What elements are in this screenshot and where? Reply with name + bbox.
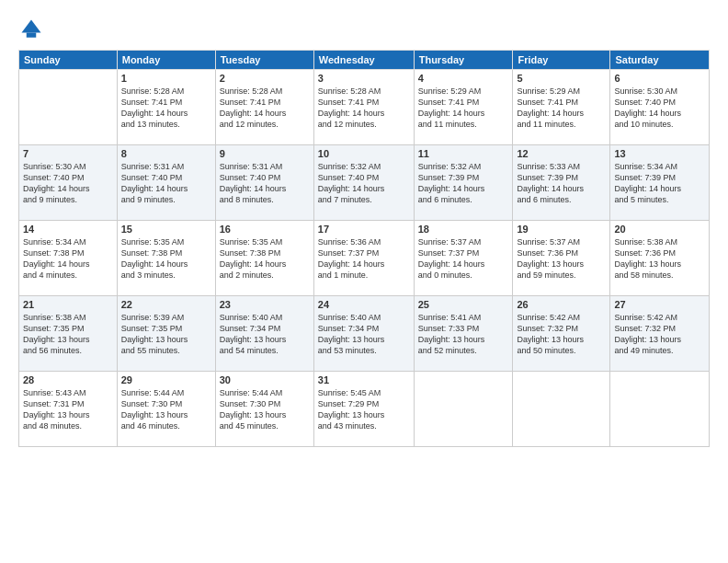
calendar-cell: 20Sunrise: 5:38 AM Sunset: 7:36 PM Dayli…: [610, 221, 710, 296]
day-info: Sunrise: 5:38 AM Sunset: 7:36 PM Dayligh…: [614, 236, 705, 282]
col-header-sunday: Sunday: [19, 51, 118, 70]
calendar-cell: 11Sunrise: 5:32 AM Sunset: 7:39 PM Dayli…: [414, 145, 513, 221]
calendar-cell: 18Sunrise: 5:37 AM Sunset: 7:37 PM Dayli…: [414, 221, 513, 296]
day-info: Sunrise: 5:29 AM Sunset: 7:41 PM Dayligh…: [418, 86, 509, 131]
day-info: Sunrise: 5:35 AM Sunset: 7:38 PM Dayligh…: [121, 236, 211, 282]
calendar-cell: 2Sunrise: 5:28 AM Sunset: 7:41 PM Daylig…: [215, 70, 313, 145]
calendar-cell: 7Sunrise: 5:30 AM Sunset: 7:40 PM Daylig…: [19, 145, 118, 221]
calendar-cell: 30Sunrise: 5:44 AM Sunset: 7:30 PM Dayli…: [215, 372, 313, 447]
day-info: Sunrise: 5:42 AM Sunset: 7:32 PM Dayligh…: [614, 312, 705, 357]
calendar-cell: 26Sunrise: 5:42 AM Sunset: 7:32 PM Dayli…: [513, 296, 610, 372]
calendar-cell: 10Sunrise: 5:32 AM Sunset: 7:40 PM Dayli…: [313, 145, 414, 221]
day-info: Sunrise: 5:35 AM Sunset: 7:38 PM Dayligh…: [220, 236, 310, 282]
day-number: 19: [517, 224, 606, 235]
header: [18, 17, 710, 42]
day-number: 6: [614, 73, 705, 84]
col-header-wednesday: Wednesday: [313, 51, 414, 70]
week-row-2: 14Sunrise: 5:34 AM Sunset: 7:38 PM Dayli…: [19, 221, 710, 296]
day-info: Sunrise: 5:32 AM Sunset: 7:39 PM Dayligh…: [418, 161, 509, 206]
day-number: 21: [23, 299, 113, 310]
day-info: Sunrise: 5:41 AM Sunset: 7:33 PM Dayligh…: [418, 312, 509, 357]
col-header-tuesday: Tuesday: [215, 51, 313, 70]
day-info: Sunrise: 5:38 AM Sunset: 7:35 PM Dayligh…: [23, 312, 113, 357]
day-number: 18: [418, 224, 509, 235]
calendar-cell: 8Sunrise: 5:31 AM Sunset: 7:40 PM Daylig…: [117, 145, 215, 221]
day-number: 28: [23, 374, 113, 385]
day-number: 23: [220, 299, 310, 310]
day-info: Sunrise: 5:43 AM Sunset: 7:31 PM Dayligh…: [23, 387, 113, 432]
calendar-cell: 22Sunrise: 5:39 AM Sunset: 7:35 PM Dayli…: [117, 296, 215, 372]
calendar-cell: 6Sunrise: 5:30 AM Sunset: 7:40 PM Daylig…: [610, 70, 710, 145]
page: SundayMondayTuesdayWednesdayThursdayFrid…: [0, 0, 728, 563]
day-number: 9: [220, 148, 310, 159]
calendar-table: SundayMondayTuesdayWednesdayThursdayFrid…: [18, 50, 710, 447]
calendar-cell: 17Sunrise: 5:36 AM Sunset: 7:37 PM Dayli…: [313, 221, 414, 296]
day-number: 22: [121, 299, 211, 310]
day-info: Sunrise: 5:37 AM Sunset: 7:36 PM Dayligh…: [517, 236, 606, 282]
day-number: 29: [121, 374, 211, 385]
day-number: 31: [318, 374, 410, 385]
week-row-1: 7Sunrise: 5:30 AM Sunset: 7:40 PM Daylig…: [19, 145, 710, 221]
day-number: 26: [517, 299, 606, 310]
day-info: Sunrise: 5:30 AM Sunset: 7:40 PM Dayligh…: [23, 161, 113, 206]
day-number: 11: [418, 148, 509, 159]
week-row-4: 28Sunrise: 5:43 AM Sunset: 7:31 PM Dayli…: [19, 372, 710, 447]
calendar-cell: 31Sunrise: 5:45 AM Sunset: 7:29 PM Dayli…: [313, 372, 414, 447]
calendar-cell: 15Sunrise: 5:35 AM Sunset: 7:38 PM Dayli…: [117, 221, 215, 296]
day-info: Sunrise: 5:39 AM Sunset: 7:35 PM Dayligh…: [121, 312, 211, 357]
day-number: 3: [318, 73, 410, 84]
calendar-cell: 14Sunrise: 5:34 AM Sunset: 7:38 PM Dayli…: [19, 221, 118, 296]
day-number: 5: [517, 73, 606, 84]
calendar-cell: [414, 372, 513, 447]
calendar-cell: 1Sunrise: 5:28 AM Sunset: 7:41 PM Daylig…: [117, 70, 215, 145]
logo: [18, 17, 48, 42]
day-number: 13: [614, 148, 705, 159]
day-number: 25: [418, 299, 509, 310]
day-number: 10: [318, 148, 410, 159]
calendar-cell: [610, 372, 710, 447]
day-number: 17: [318, 224, 410, 235]
day-info: Sunrise: 5:34 AM Sunset: 7:38 PM Dayligh…: [23, 236, 113, 282]
day-number: 24: [318, 299, 410, 310]
week-row-3: 21Sunrise: 5:38 AM Sunset: 7:35 PM Dayli…: [19, 296, 710, 372]
col-header-thursday: Thursday: [414, 51, 513, 70]
day-info: Sunrise: 5:28 AM Sunset: 7:41 PM Dayligh…: [121, 86, 211, 131]
calendar-cell: 5Sunrise: 5:29 AM Sunset: 7:41 PM Daylig…: [513, 70, 610, 145]
day-info: Sunrise: 5:31 AM Sunset: 7:40 PM Dayligh…: [121, 161, 211, 206]
day-info: Sunrise: 5:37 AM Sunset: 7:37 PM Dayligh…: [418, 236, 509, 282]
day-number: 14: [23, 224, 113, 235]
day-info: Sunrise: 5:42 AM Sunset: 7:32 PM Dayligh…: [517, 312, 606, 357]
day-number: 4: [418, 73, 509, 84]
day-number: 20: [614, 224, 705, 235]
calendar-cell: 24Sunrise: 5:40 AM Sunset: 7:34 PM Dayli…: [313, 296, 414, 372]
day-info: Sunrise: 5:44 AM Sunset: 7:30 PM Dayligh…: [220, 387, 310, 432]
col-header-saturday: Saturday: [610, 51, 710, 70]
day-number: 2: [220, 73, 310, 84]
calendar-cell: 21Sunrise: 5:38 AM Sunset: 7:35 PM Dayli…: [19, 296, 118, 372]
calendar-cell: 12Sunrise: 5:33 AM Sunset: 7:39 PM Dayli…: [513, 145, 610, 221]
svg-rect-1: [27, 33, 37, 38]
day-info: Sunrise: 5:45 AM Sunset: 7:29 PM Dayligh…: [318, 387, 410, 432]
calendar-cell: 9Sunrise: 5:31 AM Sunset: 7:40 PM Daylig…: [215, 145, 313, 221]
calendar-cell: 16Sunrise: 5:35 AM Sunset: 7:38 PM Dayli…: [215, 221, 313, 296]
day-number: 27: [614, 299, 705, 310]
day-info: Sunrise: 5:28 AM Sunset: 7:41 PM Dayligh…: [220, 86, 310, 131]
week-row-0: 1Sunrise: 5:28 AM Sunset: 7:41 PM Daylig…: [19, 70, 710, 145]
day-number: 12: [517, 148, 606, 159]
calendar-cell: [19, 70, 118, 145]
calendar-cell: 28Sunrise: 5:43 AM Sunset: 7:31 PM Dayli…: [19, 372, 118, 447]
day-number: 8: [121, 148, 211, 159]
day-info: Sunrise: 5:36 AM Sunset: 7:37 PM Dayligh…: [318, 236, 410, 282]
day-info: Sunrise: 5:32 AM Sunset: 7:40 PM Dayligh…: [318, 161, 410, 206]
calendar-cell: 13Sunrise: 5:34 AM Sunset: 7:39 PM Dayli…: [610, 145, 710, 221]
calendar-cell: [513, 372, 610, 447]
col-header-friday: Friday: [513, 51, 610, 70]
day-info: Sunrise: 5:40 AM Sunset: 7:34 PM Dayligh…: [318, 312, 410, 357]
svg-marker-0: [22, 20, 41, 33]
day-info: Sunrise: 5:44 AM Sunset: 7:30 PM Dayligh…: [121, 387, 211, 432]
day-number: 15: [121, 224, 211, 235]
day-info: Sunrise: 5:30 AM Sunset: 7:40 PM Dayligh…: [614, 86, 705, 131]
calendar-cell: 29Sunrise: 5:44 AM Sunset: 7:30 PM Dayli…: [117, 372, 215, 447]
calendar-cell: 4Sunrise: 5:29 AM Sunset: 7:41 PM Daylig…: [414, 70, 513, 145]
calendar-header-row: SundayMondayTuesdayWednesdayThursdayFrid…: [19, 51, 710, 70]
